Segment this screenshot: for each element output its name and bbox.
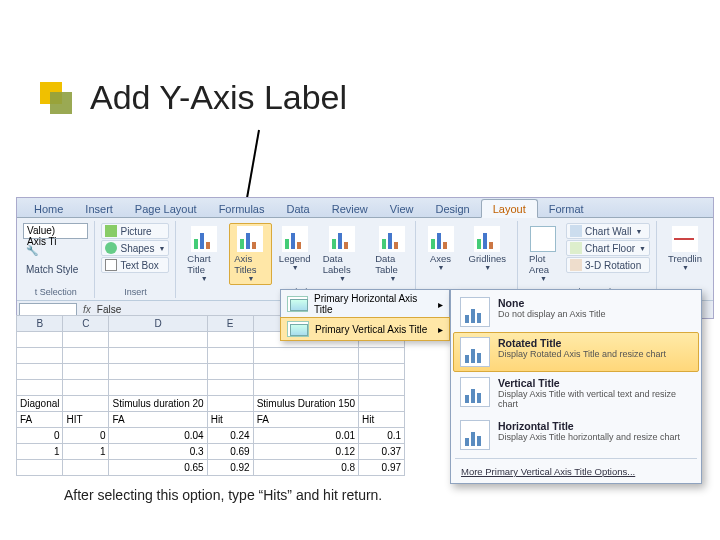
submenu-item-rotated-title[interactable]: Rotated TitleDisplay Rotated Axis Title … (453, 332, 699, 372)
data-table-button[interactable]: Data Table▼ (370, 223, 414, 285)
chart-wall-icon (570, 225, 582, 237)
cell[interactable]: 0.12 (253, 444, 358, 460)
cell[interactable]: 0.97 (359, 460, 405, 476)
cell[interactable] (109, 332, 207, 348)
cell[interactable]: 0.37 (359, 444, 405, 460)
axis-title-option-icon (460, 420, 490, 450)
cell[interactable] (63, 348, 109, 364)
cell[interactable]: 1 (63, 444, 109, 460)
cell[interactable] (17, 364, 63, 380)
chart-element-selector[interactable]: Value) Axis Ti (23, 223, 88, 239)
cell[interactable] (63, 380, 109, 396)
legend-button[interactable]: Legend▼ (276, 223, 314, 274)
cell[interactable]: 0.92 (207, 460, 253, 476)
tab-home[interactable]: Home (23, 200, 74, 217)
cell[interactable]: 0.24 (207, 428, 253, 444)
cell[interactable] (109, 380, 207, 396)
cell[interactable] (63, 396, 109, 412)
flyout-horizontal-axis-title[interactable]: Primary Horizontal Axis Title ▸ (281, 290, 449, 318)
cell[interactable]: 0 (17, 428, 63, 444)
rotation-3d-button[interactable]: 3-D Rotation (566, 257, 650, 273)
chart-floor-button[interactable]: Chart Floor▼ (566, 240, 650, 256)
cell[interactable] (63, 332, 109, 348)
insert-textbox-button[interactable]: Text Box (101, 257, 169, 273)
submenu-item-none[interactable]: NoneDo not display an Axis Title (453, 292, 699, 332)
chart-wall-button[interactable]: Chart Wall▼ (566, 223, 650, 239)
cell[interactable]: 0.69 (207, 444, 253, 460)
cell[interactable] (253, 364, 358, 380)
cell[interactable] (359, 364, 405, 380)
column-header[interactable]: D (109, 316, 207, 332)
cell[interactable]: Hit (359, 412, 405, 428)
submenu-item-vertical-title[interactable]: Vertical TitleDisplay Axis Title with ve… (453, 372, 699, 415)
flyout-vertical-axis-title[interactable]: Primary Vertical Axis Title ▸ (280, 317, 450, 341)
cell[interactable] (207, 396, 253, 412)
cell[interactable] (207, 380, 253, 396)
title-bullet-icon (40, 82, 72, 114)
cell[interactable]: FA (253, 412, 358, 428)
cell[interactable] (17, 332, 63, 348)
gridlines-button[interactable]: Gridlines▼ (464, 223, 512, 274)
cell[interactable]: 1 (17, 444, 63, 460)
cell[interactable] (17, 348, 63, 364)
cell[interactable] (359, 396, 405, 412)
cell[interactable]: Hit (207, 412, 253, 428)
cell[interactable]: 0 (63, 428, 109, 444)
cell[interactable] (207, 332, 253, 348)
axis-titles-button[interactable]: Axis Titles▼ (229, 223, 271, 285)
tab-formulas[interactable]: Formulas (208, 200, 276, 217)
submenu-item-horizontal-title[interactable]: Horizontal TitleDisplay Axis Title horiz… (453, 415, 699, 455)
cell[interactable]: FA (17, 412, 63, 428)
axis-title-option-icon (460, 377, 490, 407)
tab-format[interactable]: Format (538, 200, 595, 217)
cell[interactable] (207, 348, 253, 364)
cell[interactable]: HIT (63, 412, 109, 428)
reset-match-style-button[interactable]: Match Style (23, 261, 81, 277)
tab-page-layout[interactable]: Page Layout (124, 200, 208, 217)
tab-data[interactable]: Data (275, 200, 320, 217)
cell[interactable] (109, 348, 207, 364)
tab-insert[interactable]: Insert (74, 200, 124, 217)
axis-titles-flyout: Primary Horizontal Axis Title ▸ Primary … (280, 289, 450, 341)
insert-picture-button[interactable]: Picture (101, 223, 169, 239)
tab-view[interactable]: View (379, 200, 425, 217)
tab-review[interactable]: Review (321, 200, 379, 217)
cell[interactable]: 0.04 (109, 428, 207, 444)
cell[interactable]: 0.01 (253, 428, 358, 444)
column-header[interactable]: C (63, 316, 109, 332)
cell[interactable] (109, 364, 207, 380)
cell[interactable] (17, 460, 63, 476)
trendline-button[interactable]: Trendlin▼ (663, 223, 707, 274)
cell[interactable]: 0.1 (359, 428, 405, 444)
cell[interactable]: 0.65 (109, 460, 207, 476)
cell[interactable] (359, 348, 405, 364)
cell[interactable] (207, 364, 253, 380)
tab-layout[interactable]: Layout (481, 199, 538, 218)
group-insert: Picture Shapes▼ Text Box Insert (95, 221, 176, 298)
group-background: Plot Area▼ Chart Wall▼ Chart Floor▼ 3-D … (518, 221, 657, 298)
cell[interactable] (253, 348, 358, 364)
cell[interactable]: 0.8 (253, 460, 358, 476)
cell[interactable]: Stimulus Duration 150 (253, 396, 358, 412)
tab-design[interactable]: Design (424, 200, 480, 217)
cell[interactable] (63, 364, 109, 380)
cell[interactable]: FA (109, 412, 207, 428)
cell[interactable]: 0.3 (109, 444, 207, 460)
cell[interactable]: Stimulus duration 20 (109, 396, 207, 412)
insert-shapes-button[interactable]: Shapes▼ (101, 240, 169, 256)
more-axis-title-options[interactable]: More Primary Vertical Axis Title Options… (453, 462, 699, 481)
axes-button[interactable]: Axes▼ (422, 223, 460, 274)
fx-icon[interactable]: fx (77, 304, 97, 315)
cell[interactable] (359, 380, 405, 396)
column-header[interactable]: E (207, 316, 253, 332)
cell[interactable] (63, 460, 109, 476)
formula-value[interactable]: False (97, 304, 121, 315)
cell[interactable] (17, 380, 63, 396)
chart-title-button[interactable]: Chart Title▼ (182, 223, 225, 285)
submenu-item-desc: Display Axis Title with vertical text an… (498, 389, 692, 410)
plot-area-button[interactable]: Plot Area▼ (524, 223, 562, 285)
cell[interactable] (253, 380, 358, 396)
column-header[interactable]: B (17, 316, 63, 332)
data-labels-button[interactable]: Data Labels▼ (318, 223, 367, 285)
cell[interactable]: Diagonal (17, 396, 63, 412)
